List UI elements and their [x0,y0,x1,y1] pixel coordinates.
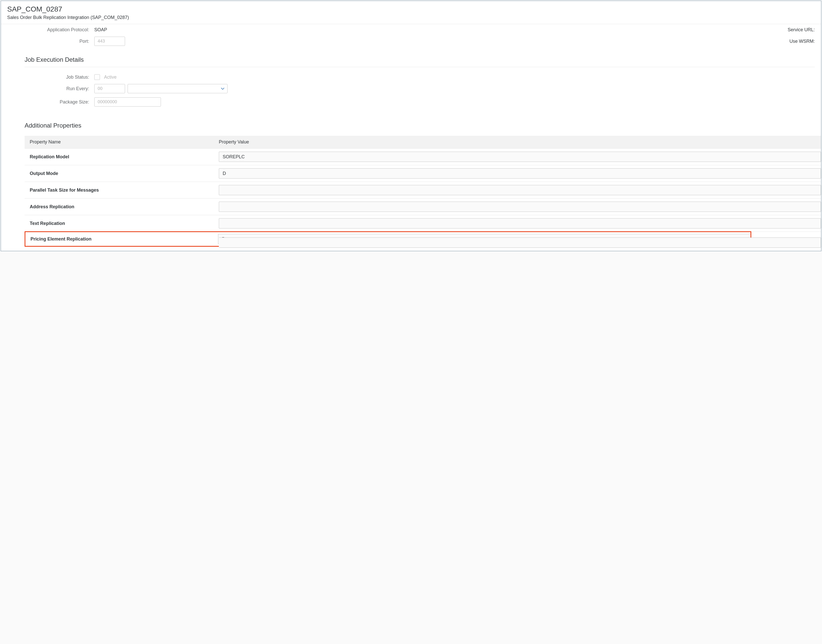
property-value-cell [217,185,821,195]
job-status-checkbox-wrap: Active [94,74,117,80]
page-header: SAP_COM_0287 Sales Order Bulk Replicatio… [1,1,821,24]
row-package-size: Package Size: [7,97,815,107]
property-name: Address Replication [25,204,217,210]
job-execution-section: Job Status: Active Run Every: Package Si… [1,67,821,116]
run-every-input[interactable] [94,84,125,93]
property-row-address-replication: Address Replication [25,199,821,215]
property-name: Pricing Element Replication [25,236,217,242]
property-value-cell [217,202,821,212]
property-value-cell [217,168,821,179]
page-subtitle: Sales Order Bulk Replication Integration… [7,15,815,20]
property-value-input-replication-model[interactable] [219,152,821,162]
app-window: SAP_COM_0287 Sales Order Bulk Replicatio… [0,0,822,251]
col-header-property-value: Property Value [217,140,821,145]
use-wsrm-label: Use WSRM: [790,39,815,44]
row-run-every: Run Every: [7,84,815,93]
property-name: Output Mode [25,171,217,176]
app-protocol-value: SOAP [94,27,107,32]
package-size-input[interactable] [94,97,161,107]
row-job-status: Job Status: Active [7,74,815,80]
col-header-property-name: Property Name [25,140,217,145]
property-name: Text Replication [25,221,217,226]
port-label: Port: [7,39,94,44]
row-app-protocol: Application Protocol: SOAP Service URL: [7,27,815,32]
run-every-unit-select[interactable] [127,84,227,93]
row-app-protocol-left: Application Protocol: SOAP [7,27,107,32]
row-port: Port: Use WSRM: [7,37,815,46]
run-every-unit-select-wrap [125,84,227,93]
property-row-replication-model: Replication Model [25,149,821,165]
port-input[interactable] [94,37,125,46]
property-value-cell-overflow [217,238,821,248]
row-port-left: Port: [7,37,125,46]
app-protocol-label: Application Protocol: [7,27,94,32]
property-value-input-overflow[interactable] [219,238,821,248]
property-row-output-mode: Output Mode [25,165,821,182]
property-value-input-address-replication[interactable] [219,202,821,212]
properties-table-header: Property Name Property Value [25,136,821,149]
property-value-input-parallel-task-size[interactable] [219,185,821,195]
run-every-label: Run Every: [7,86,94,92]
property-row-text-replication: Text Replication [25,215,821,232]
connection-details-section: Application Protocol: SOAP Service URL: … [1,27,821,46]
page-title: SAP_COM_0287 [7,5,815,13]
job-status-label: Job Status: [7,75,94,80]
content-area: Application Protocol: SOAP Service URL: … [1,24,821,251]
property-value-input-output-mode[interactable] [219,168,821,179]
property-value-input-text-replication[interactable] [219,218,821,228]
job-status-text: Active [104,75,117,80]
property-value-cell [217,218,821,228]
property-name: Replication Model [25,154,217,159]
job-execution-title: Job Execution Details [1,50,821,67]
property-row-parallel-task-size: Parallel Task Size for Messages [25,182,821,199]
property-name: Parallel Task Size for Messages [25,187,217,193]
additional-properties-title: Additional Properties [1,116,821,133]
package-size-label: Package Size: [7,100,94,105]
job-status-checkbox[interactable] [94,74,100,80]
service-url-label: Service URL: [788,27,815,32]
property-value-cell [217,152,821,162]
